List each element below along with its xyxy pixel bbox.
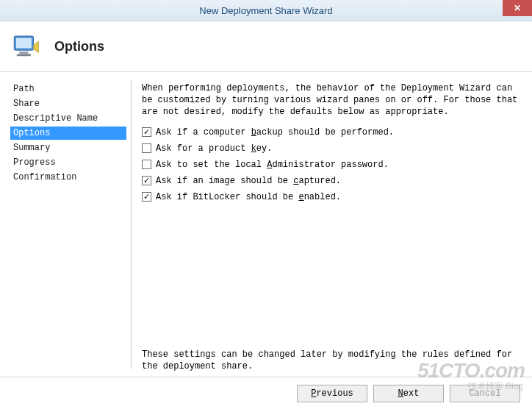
cancel-button[interactable]: Cancel bbox=[450, 385, 520, 402]
wizard-nav: PathShareDescriptive NameOptionsSummaryP… bbox=[0, 72, 131, 377]
page-title: Options bbox=[54, 39, 104, 54]
option-label: Ask if an image should be captured. bbox=[156, 176, 341, 186]
nav-step-path[interactable]: Path bbox=[10, 82, 126, 96]
nav-step-progress[interactable]: Progress bbox=[10, 156, 126, 169]
content-pane: When performing deployments, the behavio… bbox=[132, 72, 532, 377]
window-title: New Deployment Share Wizard bbox=[199, 5, 332, 16]
close-button[interactable]: ✕ bbox=[503, 0, 532, 16]
option-checkbox-1[interactable] bbox=[142, 143, 151, 153]
option-row: Ask for a product key. bbox=[142, 143, 519, 154]
option-checkbox-3[interactable] bbox=[142, 176, 151, 185]
wizard-header: Options bbox=[0, 21, 532, 72]
option-row: Ask if a computer backup should be perfo… bbox=[142, 127, 519, 138]
option-label: Ask if BitLocker should be enabled. bbox=[156, 192, 341, 202]
option-checkbox-0[interactable] bbox=[142, 127, 151, 137]
previous-button[interactable]: Previous bbox=[297, 385, 367, 402]
nav-step-share[interactable]: Share bbox=[10, 97, 126, 110]
nav-step-summary[interactable]: Summary bbox=[10, 141, 126, 154]
option-label: Ask to set the local Administrator passw… bbox=[156, 160, 389, 170]
option-row: Ask if an image should be captured. bbox=[142, 176, 519, 186]
footnote-text: These settings can be changed later by m… bbox=[142, 349, 519, 372]
option-row: Ask if BitLocker should be enabled. bbox=[142, 192, 519, 202]
titlebar: New Deployment Share Wizard ✕ bbox=[0, 0, 532, 21]
option-checkbox-4[interactable] bbox=[142, 192, 151, 202]
nav-step-confirmation[interactable]: Confirmation bbox=[10, 171, 126, 184]
wizard-footer: Previous Next Cancel bbox=[0, 377, 532, 409]
option-label: Ask if a computer backup should be perfo… bbox=[156, 127, 394, 138]
computer-icon bbox=[10, 31, 41, 62]
nav-step-descriptive-name[interactable]: Descriptive Name bbox=[10, 112, 126, 125]
nav-step-options[interactable]: Options bbox=[10, 127, 126, 140]
svg-rect-3 bbox=[17, 54, 31, 57]
option-row: Ask to set the local Administrator passw… bbox=[142, 160, 519, 170]
next-button[interactable]: Next bbox=[373, 385, 444, 402]
svg-rect-1 bbox=[16, 38, 32, 49]
option-label: Ask for a product key. bbox=[156, 143, 272, 154]
svg-rect-2 bbox=[19, 51, 28, 54]
intro-text: When performing deployments, the behavio… bbox=[142, 82, 519, 118]
option-checkbox-2[interactable] bbox=[142, 160, 151, 169]
